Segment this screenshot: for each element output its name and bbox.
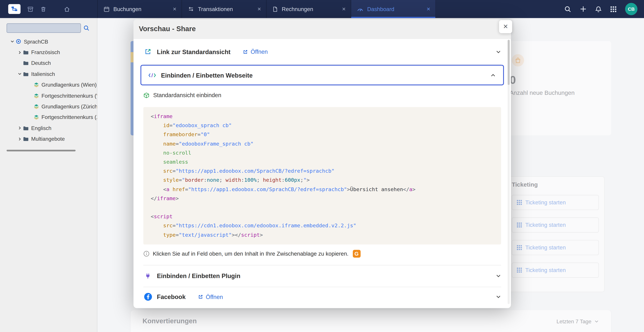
- code-line: <iframe: [151, 112, 494, 121]
- chevron-right-icon[interactable]: [16, 137, 23, 141]
- tree-item-fortgeschrittenenkurs-wien[interactable]: Fortgeschrittenenkurs (Wien): [0, 90, 97, 101]
- course-icon: [34, 93, 39, 98]
- tree-item-label: Grundlagenkurs (Wien): [42, 82, 96, 88]
- topbar-icon-group: [564, 5, 616, 12]
- tab-label: Dashboard: [367, 6, 394, 12]
- add-icon[interactable]: [580, 6, 586, 12]
- external-link-icon: [198, 294, 203, 300]
- accordion-embed-web-row[interactable]: Einbinden / Einbetten Webseite: [140, 65, 504, 85]
- topbar-right-actions: CB: [564, 0, 644, 18]
- org-icon: [16, 39, 21, 44]
- tree-item-grundlagenkurs-z-rich[interactable]: Grundlagenkurs (Zürich): [0, 101, 97, 112]
- code-icon: [148, 72, 156, 78]
- trash-icon[interactable]: [40, 6, 46, 12]
- modal-header: Vorschau - Share: [134, 19, 511, 39]
- external-link-icon: [144, 48, 152, 55]
- tab-dashboard[interactable]: Dashboard✕: [351, 0, 436, 18]
- tree-item-sprachcb[interactable]: SprachCB: [0, 36, 97, 47]
- code-line: name="edooboxFrame_sprach cb": [151, 139, 494, 149]
- close-icon[interactable]: ✕: [499, 20, 512, 33]
- tree-item-italienisch[interactable]: Italienisch: [0, 68, 97, 79]
- tree-item-label: Italienisch: [31, 71, 55, 77]
- modal-scrollbar-thumb[interactable]: [508, 40, 510, 85]
- tree-item-label: SprachCB: [24, 38, 48, 44]
- tab-label: Rechnungen: [282, 6, 313, 12]
- chevron-right-icon[interactable]: [16, 126, 23, 130]
- notifications-icon[interactable]: [595, 5, 602, 12]
- top-bar: Buchungen✕Transaktionen✕Rechnungen✕Dashb…: [0, 0, 644, 18]
- accordion-embed-web-label: Einbinden / Einbetten Webseite: [161, 72, 252, 79]
- tab-buchungen[interactable]: Buchungen✕: [97, 0, 182, 18]
- search-icon[interactable]: [564, 5, 572, 12]
- share-preview-modal: Vorschau - Share ✕ Link zur Standardansi…: [134, 19, 511, 308]
- home-icon[interactable]: [64, 6, 70, 12]
- facebook-icon: [144, 293, 152, 301]
- chevron-down-icon[interactable]: [496, 273, 501, 279]
- apps-icon[interactable]: [610, 6, 616, 12]
- tab-close-icon[interactable]: ✕: [257, 6, 261, 12]
- code-line: </iframe>: [151, 194, 494, 203]
- horizontal-scrollbar-thumb[interactable]: [6, 150, 76, 152]
- tab-label: Transaktionen: [198, 6, 233, 12]
- topbar-left-actions: [0, 0, 97, 18]
- navigation-icon[interactable]: [8, 4, 20, 14]
- tree-item-label: Grundlagenkurs (Zürich): [42, 103, 97, 110]
- transactions-icon: [188, 6, 194, 12]
- code-line: src="https://app1.edoobox.com/SprachCB/?…: [151, 167, 494, 176]
- course-icon: [34, 104, 39, 109]
- tab-label: Buchungen: [113, 6, 142, 12]
- open-default-view-link[interactable]: Öffnen: [243, 48, 268, 55]
- embed-code-block[interactable]: <iframe id="edoobox_sprach cb" framebord…: [144, 107, 501, 244]
- chevron-up-icon[interactable]: [490, 72, 496, 78]
- modal-title: Vorschau - Share: [139, 25, 196, 33]
- accordion-link-label: Link zur Standardansicht: [157, 48, 230, 55]
- modal-body: Link zur Standardansicht Öffnen Einbinde…: [134, 39, 511, 307]
- dashboard-icon: [357, 6, 364, 12]
- open-link-label: Öffnen: [206, 294, 223, 300]
- tree-item-multiangebote[interactable]: Multiangebote: [0, 134, 97, 144]
- code-line: src="https://cdn1.edoobox.com/edoobox.if…: [151, 221, 494, 230]
- chevron-down-icon[interactable]: [496, 49, 501, 54]
- sidebar-search-input[interactable]: [6, 23, 81, 33]
- info-icon: [144, 251, 150, 257]
- tree-item-englisch[interactable]: Englisch: [0, 123, 97, 134]
- tree-item-fortgeschrittenenkurs-z-rich[interactable]: Fortgeschrittenenkurs (Zürich): [0, 112, 97, 123]
- tree-item-deutsch[interactable]: Deutsch: [0, 58, 97, 69]
- cube-icon: [144, 92, 150, 98]
- chevron-down-icon[interactable]: [496, 294, 501, 300]
- external-link-icon: [243, 49, 248, 54]
- chevron-right-icon[interactable]: [16, 50, 23, 54]
- tree-item-label: Französisch: [31, 49, 60, 55]
- tab-close-icon[interactable]: ✕: [426, 6, 430, 12]
- tab-transaktionen[interactable]: Transaktionen✕: [182, 0, 266, 18]
- g-badge: G: [353, 250, 360, 258]
- embed-hint-text: Klicken Sie auf in Feld oben, um den Inh…: [153, 251, 348, 257]
- search-icon[interactable]: [83, 25, 90, 31]
- open-facebook-link[interactable]: Öffnen: [198, 294, 223, 300]
- accordion-facebook-row[interactable]: Facebook Öffnen: [144, 287, 501, 307]
- chevron-down-icon[interactable]: [9, 39, 16, 43]
- course-icon: [34, 115, 39, 120]
- code-line: no-scroll: [151, 149, 494, 158]
- chevron-down-icon[interactable]: [16, 72, 23, 76]
- code-line: style="border:none; width:100%; height:6…: [151, 176, 494, 185]
- tree-item-franz-sisch[interactable]: Französisch: [0, 47, 97, 58]
- accordion-plugin-label: Einbinden / Einbetten Plugin: [157, 273, 240, 280]
- avatar[interactable]: CB: [625, 3, 637, 15]
- code-line: [151, 203, 494, 212]
- sidebar-search: [6, 23, 90, 33]
- accordion-plugin-row[interactable]: Einbinden / Einbetten Plugin: [144, 265, 501, 287]
- code-line: <script: [151, 212, 494, 221]
- modal-scrollbar[interactable]: [508, 40, 510, 304]
- archive-icon[interactable]: [27, 6, 34, 12]
- tree-item-label: Englisch: [31, 125, 51, 131]
- app-root: Buchungen✕Transaktionen✕Rechnungen✕Dashb…: [0, 0, 644, 332]
- tree-item-label: Fortgeschrittenenkurs (Wien): [42, 93, 97, 99]
- folder-icon: [23, 126, 29, 131]
- tree-item-grundlagenkurs-wien[interactable]: Grundlagenkurs (Wien): [0, 79, 97, 90]
- tab-close-icon[interactable]: ✕: [172, 6, 176, 12]
- bookings-icon: [104, 6, 110, 12]
- tab-close-icon[interactable]: ✕: [342, 6, 346, 12]
- tab-rechnungen[interactable]: Rechnungen✕: [266, 0, 351, 18]
- accordion-link-row[interactable]: Link zur Standardansicht Öffnen: [144, 39, 501, 65]
